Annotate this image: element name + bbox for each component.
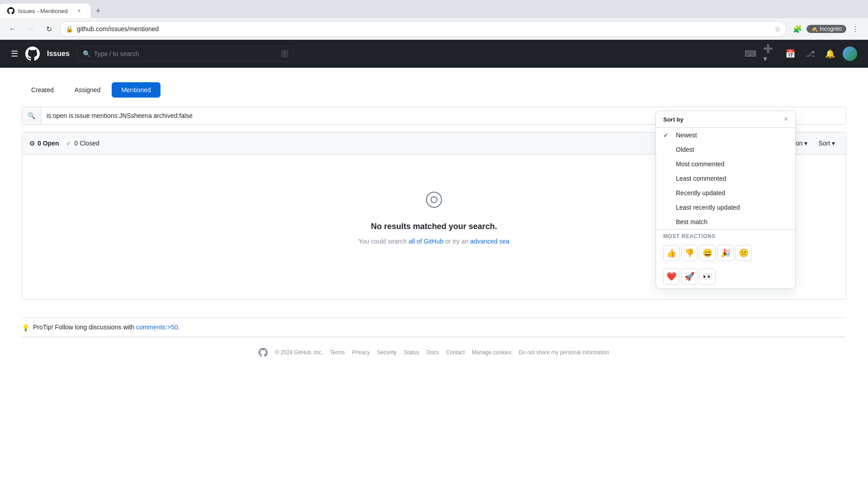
menu-button[interactable]: ⋮ [848, 22, 863, 36]
sort-label: Sort ▾ [818, 140, 835, 147]
open-circle-icon: ⊙ [29, 140, 35, 147]
best-match-label: Best match [676, 218, 708, 225]
footer-docs-link[interactable]: Docs [426, 349, 439, 356]
calendar-button[interactable]: 📅 [783, 47, 797, 61]
reaction-hooray-button[interactable]: 🎉 [717, 245, 734, 261]
reaction-thumbs-up-button[interactable]: 👍 [663, 245, 679, 261]
empty-state-subtitle: You could search all of GitHub or try an… [359, 237, 509, 246]
footer-security-link[interactable]: Security [377, 349, 396, 356]
open-issues-count[interactable]: ⊙ 0 Open [29, 140, 59, 147]
address-bar[interactable]: 🔒 github.com/issues/mentioned ☆ [60, 21, 787, 37]
subtitle-middle: or try an [443, 238, 470, 245]
reaction-rocket-button[interactable]: 🚀 [681, 268, 698, 285]
active-tab[interactable]: Issues - Mentioned × [0, 4, 90, 18]
hamburger-menu-button[interactable]: ☰ [11, 49, 18, 59]
sort-best-match-item[interactable]: Best match [656, 215, 795, 229]
sort-dropdown-title: Sort by [663, 116, 684, 123]
reaction-confused-button[interactable]: 😕 [736, 245, 752, 261]
add-button[interactable]: ➕ ▾ [763, 47, 778, 61]
terminal-button[interactable]: ⌨ [743, 47, 758, 61]
browser-chrome: Issues - Mentioned × + ← → ↻ 🔒 github.co… [0, 0, 868, 40]
closed-check-icon: ✓ [66, 140, 71, 147]
reaction-laugh-button[interactable]: 😄 [699, 245, 716, 261]
protip-link[interactable]: comments:>50 [136, 324, 178, 331]
pull-request-button[interactable]: ⎇ [803, 47, 817, 61]
most-commented-label: Most commented [676, 160, 724, 168]
inbox-button[interactable]: 🔔 [823, 47, 837, 61]
lock-icon: 🔒 [66, 25, 73, 33]
github-logo[interactable] [25, 47, 40, 61]
issues-tabs: Created Assigned Mentioned [22, 82, 846, 98]
protip-text: ProTip! Follow long discussions with com… [33, 324, 179, 331]
tab-bar: Issues - Mentioned × + [0, 0, 868, 18]
bookmark-icon[interactable]: ☆ [774, 25, 781, 33]
issues-heading: Issues [47, 50, 70, 58]
refresh-button[interactable]: ↻ [42, 22, 56, 36]
sort-least-commented-item[interactable]: Least commented [656, 171, 795, 186]
closed-count-label: 0 Closed [74, 140, 99, 147]
sort-recently-updated-item[interactable]: Recently updated [656, 186, 795, 200]
oldest-label: Oldest [676, 146, 694, 153]
filter-search-icon: 🔍 [22, 107, 41, 124]
global-search-bar[interactable]: 🔍 Type / to search / [77, 46, 294, 61]
reaction-heart-button[interactable]: ❤️ [663, 268, 679, 285]
incognito-icon: 🕵 [811, 26, 818, 32]
empty-state-title: No results matched your search. [371, 222, 497, 231]
search-shortcut-kbd: / [281, 50, 288, 57]
least-recently-updated-label: Least recently updated [676, 204, 740, 211]
reactions-row-2: ❤️ 🚀 👀 [656, 265, 795, 288]
closed-issues-count[interactable]: ✓ 0 Closed [66, 140, 99, 147]
subtitle-prefix: You could search [359, 238, 409, 245]
header-actions: ⌨ ➕ ▾ 📅 ⎇ 🔔 [743, 47, 857, 61]
newest-check-icon: ✓ [663, 131, 671, 139]
back-button[interactable]: ← [5, 22, 20, 36]
footer-privacy-info-link[interactable]: Do not share my personal information [519, 349, 609, 356]
sort-most-commented-item[interactable]: Most commented [656, 157, 795, 171]
reaction-eyes-button[interactable]: 👀 [699, 268, 716, 285]
sort-newest-item[interactable]: ✓ Newest [656, 128, 795, 142]
toolbar-right: 🧩 🕵 Incognito ⋮ [790, 22, 863, 36]
incognito-badge[interactable]: 🕵 Incognito [807, 25, 846, 33]
footer-contact-link[interactable]: Contact [446, 349, 465, 356]
sort-dropdown: Sort by × ✓ Newest Oldest Most commented… [656, 111, 796, 289]
tab-title: Issues - Mentioned [18, 8, 71, 14]
user-avatar[interactable] [843, 47, 857, 61]
footer-cookies-link[interactable]: Manage cookies [472, 349, 511, 356]
search-icon: 🔍 [83, 50, 90, 57]
tab-created[interactable]: Created [22, 82, 63, 98]
footer-copyright: © 2024 GitHub, Inc. [275, 349, 323, 356]
sort-button[interactable]: Sort ▾ [815, 138, 839, 149]
advanced-search-link[interactable]: advanced sea [470, 238, 509, 245]
sort-oldest-item[interactable]: Oldest [656, 142, 795, 157]
lightbulb-icon: 💡 [22, 324, 29, 331]
footer-privacy-link[interactable]: Privacy [352, 349, 370, 356]
sort-dropdown-close-button[interactable]: × [784, 116, 788, 123]
issues-count-area: ⊙ 0 Open ✓ 0 Closed [29, 140, 714, 147]
github-app: ☰ Issues 🔍 Type / to search / ⌨ ➕ ▾ 📅 ⎇ … [0, 40, 868, 488]
least-commented-label: Least commented [676, 175, 726, 182]
new-tab-button[interactable]: + [90, 4, 106, 18]
url-display: github.com/issues/mentioned [77, 25, 771, 33]
svg-point-1 [431, 197, 437, 202]
reactions-row: 👍 👎 😄 🎉 😕 [656, 241, 795, 265]
footer-status-link[interactable]: Status [404, 349, 419, 356]
svg-point-0 [426, 192, 441, 207]
open-count-label: 0 Open [38, 140, 59, 147]
all-github-link[interactable]: all of GitHub [409, 238, 443, 245]
extensions-button[interactable]: 🧩 [790, 22, 805, 36]
footer-terms-link[interactable]: Terms [330, 349, 345, 356]
page-footer: © 2024 GitHub, Inc. Terms Privacy Securi… [22, 337, 846, 368]
recently-updated-label: Recently updated [676, 189, 725, 197]
browser-toolbar: ← → ↻ 🔒 github.com/issues/mentioned ☆ 🧩 … [0, 18, 868, 40]
sort-least-recently-updated-item[interactable]: Least recently updated [656, 200, 795, 215]
tab-favicon [7, 7, 14, 14]
sort-dropdown-header: Sort by × [656, 111, 795, 128]
forward-button[interactable]: → [24, 22, 38, 36]
tab-mentioned[interactable]: Mentioned [112, 82, 160, 98]
close-tab-button[interactable]: × [75, 7, 83, 15]
search-placeholder-text: Type / to search [94, 50, 278, 57]
footer-github-logo [259, 348, 268, 357]
reactions-section-label: Most reactions [656, 229, 795, 241]
reaction-thumbs-down-button[interactable]: 👎 [681, 245, 698, 261]
tab-assigned[interactable]: Assigned [65, 82, 110, 98]
